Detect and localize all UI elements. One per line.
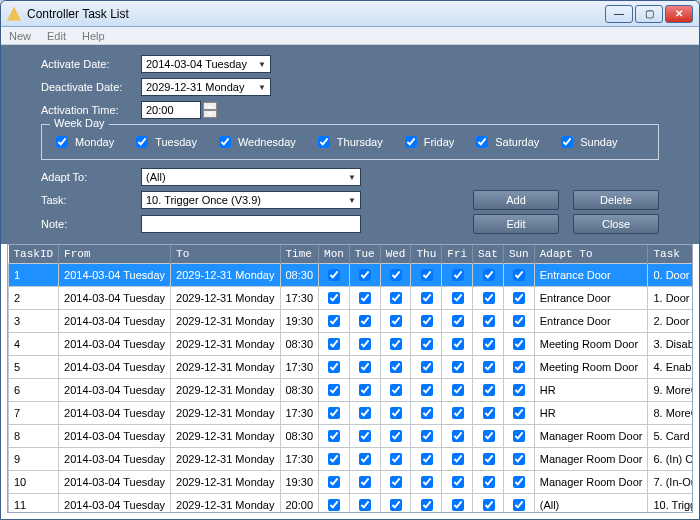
day-checkbox[interactable]	[328, 384, 340, 396]
weekday-checkbox-saturday[interactable]: Saturday	[472, 133, 539, 151]
adapt-to-select[interactable]: (All) ▼	[141, 168, 361, 186]
day-checkbox[interactable]	[421, 315, 433, 327]
day-checkbox[interactable]	[390, 384, 402, 396]
day-checkbox[interactable]	[359, 315, 371, 327]
day-checkbox[interactable]	[359, 430, 371, 442]
day-checkbox[interactable]	[513, 315, 525, 327]
day-checkbox[interactable]	[359, 269, 371, 281]
activate-date-input[interactable]: 2014-03-04 Tuesday ▼	[141, 55, 271, 73]
table-row[interactable]: 92014-03-04 Tuesday2029-12-31 Monday17:3…	[9, 448, 694, 471]
day-checkbox[interactable]	[421, 499, 433, 511]
day-checkbox[interactable]	[390, 499, 402, 511]
day-checkbox[interactable]	[483, 384, 495, 396]
day-checkbox[interactable]	[513, 338, 525, 350]
column-header[interactable]: Tue	[349, 245, 380, 264]
day-checkbox[interactable]	[452, 361, 464, 373]
edit-button[interactable]: Edit	[473, 214, 559, 234]
table-row[interactable]: 32014-03-04 Tuesday2029-12-31 Monday19:3…	[9, 310, 694, 333]
day-checkbox[interactable]	[483, 407, 495, 419]
day-checkbox[interactable]	[421, 269, 433, 281]
table-row[interactable]: 82014-03-04 Tuesday2029-12-31 Monday08:3…	[9, 425, 694, 448]
day-checkbox[interactable]	[390, 361, 402, 373]
day-checkbox[interactable]	[452, 453, 464, 465]
day-checkbox[interactable]	[421, 292, 433, 304]
day-checkbox[interactable]	[513, 430, 525, 442]
column-header[interactable]: Fri	[442, 245, 473, 264]
day-checkbox[interactable]	[483, 338, 495, 350]
day-checkbox[interactable]	[359, 338, 371, 350]
day-checkbox[interactable]	[513, 476, 525, 488]
column-header[interactable]: Mon	[319, 245, 350, 264]
day-checkbox[interactable]	[483, 361, 495, 373]
day-checkbox[interactable]	[359, 476, 371, 488]
day-checkbox[interactable]	[452, 499, 464, 511]
note-input[interactable]	[141, 215, 361, 233]
weekday-checkbox-tuesday[interactable]: Tuesday	[132, 133, 197, 151]
table-row[interactable]: 52014-03-04 Tuesday2029-12-31 Monday17:3…	[9, 356, 694, 379]
day-checkbox[interactable]	[421, 476, 433, 488]
delete-button[interactable]: Delete	[573, 190, 659, 210]
day-checkbox[interactable]	[452, 476, 464, 488]
day-checkbox[interactable]	[513, 292, 525, 304]
column-header[interactable]: Time	[280, 245, 319, 264]
day-checkbox[interactable]	[483, 315, 495, 327]
day-checkbox[interactable]	[452, 315, 464, 327]
activation-time-input[interactable]: 20:00	[141, 101, 201, 119]
day-checkbox[interactable]	[483, 476, 495, 488]
table-row[interactable]: 102014-03-04 Tuesday2029-12-31 Monday19:…	[9, 471, 694, 494]
table-row[interactable]: 42014-03-04 Tuesday2029-12-31 Monday08:3…	[9, 333, 694, 356]
day-checkbox[interactable]	[513, 269, 525, 281]
day-checkbox[interactable]	[328, 499, 340, 511]
column-header[interactable]: To	[171, 245, 280, 264]
column-header[interactable]: Adapt To	[534, 245, 648, 264]
day-checkbox[interactable]	[421, 384, 433, 396]
day-checkbox[interactable]	[328, 430, 340, 442]
column-header[interactable]: From	[59, 245, 171, 264]
day-checkbox[interactable]	[359, 407, 371, 419]
deactivate-date-input[interactable]: 2029-12-31 Monday ▼	[141, 78, 271, 96]
minimize-button[interactable]: —	[605, 5, 633, 23]
day-checkbox[interactable]	[328, 453, 340, 465]
day-checkbox[interactable]	[328, 407, 340, 419]
day-checkbox[interactable]	[328, 269, 340, 281]
weekday-checkbox-friday[interactable]: Friday	[401, 133, 455, 151]
day-checkbox[interactable]	[452, 292, 464, 304]
day-checkbox[interactable]	[421, 407, 433, 419]
weekday-checkbox-monday[interactable]: Monday	[52, 133, 114, 151]
day-checkbox[interactable]	[483, 269, 495, 281]
close-window-button[interactable]: ✕	[665, 5, 693, 23]
table-row[interactable]: 72014-03-04 Tuesday2029-12-31 Monday17:3…	[9, 402, 694, 425]
column-header[interactable]: TaskID	[9, 245, 59, 264]
day-checkbox[interactable]	[421, 361, 433, 373]
day-checkbox[interactable]	[390, 338, 402, 350]
day-checkbox[interactable]	[452, 407, 464, 419]
maximize-button[interactable]: ▢	[635, 5, 663, 23]
column-header[interactable]: Sat	[473, 245, 504, 264]
table-row[interactable]: 62014-03-04 Tuesday2029-12-31 Monday08:3…	[9, 379, 694, 402]
task-grid[interactable]: TaskIDFromToTimeMonTueWedThuFriSatSunAda…	[7, 244, 693, 513]
day-checkbox[interactable]	[390, 269, 402, 281]
day-checkbox[interactable]	[452, 430, 464, 442]
menu-item[interactable]: Help	[82, 30, 105, 42]
column-header[interactable]: Wed	[380, 245, 411, 264]
day-checkbox[interactable]	[390, 407, 402, 419]
day-checkbox[interactable]	[452, 384, 464, 396]
day-checkbox[interactable]	[421, 430, 433, 442]
table-row[interactable]: 22014-03-04 Tuesday2029-12-31 Monday17:3…	[9, 287, 694, 310]
day-checkbox[interactable]	[359, 361, 371, 373]
day-checkbox[interactable]	[513, 361, 525, 373]
task-select[interactable]: 10. Trigger Once (V3.9) ▼	[141, 191, 361, 209]
day-checkbox[interactable]	[483, 499, 495, 511]
day-checkbox[interactable]	[359, 384, 371, 396]
day-checkbox[interactable]	[328, 361, 340, 373]
day-checkbox[interactable]	[359, 499, 371, 511]
day-checkbox[interactable]	[513, 384, 525, 396]
column-header[interactable]: Sun	[503, 245, 534, 264]
day-checkbox[interactable]	[390, 430, 402, 442]
day-checkbox[interactable]	[390, 292, 402, 304]
table-row[interactable]: 12014-03-04 Tuesday2029-12-31 Monday08:3…	[9, 264, 694, 287]
weekday-checkbox-sunday[interactable]: Sunday	[557, 133, 617, 151]
day-checkbox[interactable]	[452, 338, 464, 350]
menu-item[interactable]: Edit	[47, 30, 66, 42]
add-button[interactable]: Add	[473, 190, 559, 210]
